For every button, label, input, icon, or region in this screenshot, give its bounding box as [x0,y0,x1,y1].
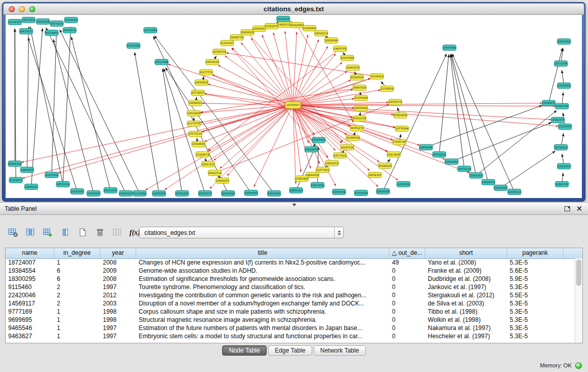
graph-node[interactable]: 19948255 [216,178,229,183]
graph-node[interactable]: 21277615 [316,167,329,172]
graph-node[interactable]: 20124563 [558,124,572,129]
graph-edge[interactable] [135,52,159,191]
graph-node[interactable]: 21603454 [557,163,571,169]
table-vertical-scrollbar[interactable] [575,258,582,343]
tab-network-table[interactable]: Network Table [314,345,366,356]
column-header-in-degree[interactable]: in_degree [54,248,100,258]
graph-node[interactable]: 19496250 [25,184,38,189]
close-window-button[interactable] [9,6,15,12]
scrollbar-thumb[interactable] [576,259,581,286]
column-header-short[interactable]: short [425,248,507,258]
edit-columns-button[interactable] [41,227,55,239]
graph-node[interactable]: 18852524 [206,59,219,65]
graph-edge[interactable] [28,38,77,190]
graph-node[interactable]: 18839057 [253,26,266,32]
graph-node[interactable]: 20603625 [268,190,281,196]
table-options-button[interactable] [6,227,20,239]
graph-node[interactable]: 18462375 [551,117,564,123]
select-rows-button[interactable] [58,227,72,239]
graph-node[interactable]: 21450946 [354,95,367,101]
column-header-pagerank[interactable]: pagerank [507,248,563,258]
graph-edge[interactable] [562,154,563,165]
window-titlebar[interactable]: citations_edges.txt [4,4,584,15]
graph-node[interactable]: 18754209 [432,151,446,157]
table-row[interactable]: 946554611997Estimation of the future num… [6,324,575,332]
graph-node[interactable]: 19636367 [368,172,381,178]
import-table-button[interactable] [111,227,124,239]
graph-edge[interactable] [208,106,291,151]
graph-node[interactable]: 20554362 [557,39,571,45]
graph-node[interactable]: 21590748 [393,139,406,145]
graph-node[interactable]: 20354704 [213,49,226,55]
graph-node[interactable]: 20418890 [291,23,304,28]
graph-node[interactable]: 20945462 [469,172,483,178]
column-header-name[interactable]: name [6,248,54,258]
graph-edge[interactable] [295,105,558,126]
graph-edge[interactable] [450,54,464,167]
graph-node[interactable]: 20732627 [191,90,205,96]
graph-edge[interactable] [60,30,139,192]
graph-node[interactable]: 20451259 [104,187,117,193]
graph-edge[interactable] [562,70,564,83]
graph-edge[interactable] [30,27,62,182]
graph-edge[interactable] [71,37,110,188]
graph-edge[interactable] [295,106,398,181]
table-row[interactable]: 977716911998Corpus callosum shape and si… [6,308,575,316]
graph-edge[interactable] [561,133,564,145]
graph-node[interactable]: 20218932 [45,30,58,36]
graph-node[interactable]: 18624532 [482,179,495,185]
graph-edge[interactable] [293,32,297,103]
close-panel-icon[interactable] [576,206,582,211]
graph-node[interactable]: 22420046 [222,190,235,196]
graph-node[interactable]: 20510398 [155,59,168,65]
graph-node[interactable]: 19732454 [554,144,568,150]
graph-node[interactable]: 19372954 [144,28,157,33]
graph-node[interactable]: 19379126 [458,166,471,171]
graph-node[interactable]: 18245072 [555,181,569,187]
graph-edge[interactable] [21,105,291,162]
column-header-year[interactable]: year [100,248,136,258]
graph-edge[interactable] [502,151,555,187]
graph-node[interactable]: 18724007 [286,102,301,108]
column-header-out-degree[interactable]: △ out_de... [389,248,425,258]
graph-edge[interactable] [562,92,563,104]
graph-node[interactable]: 18586837 [119,190,133,196]
graph-node[interactable]: 20656909 [394,113,407,118]
graph-edge[interactable] [208,84,291,104]
graph-node[interactable]: 21615254 [311,182,324,188]
graph-node[interactable]: 20356594 [354,190,367,195]
graph-node[interactable]: 18545372 [388,99,402,105]
graph-node[interactable]: 20577021 [333,152,346,158]
graph-node[interactable]: 20654094 [419,144,432,150]
graph-node[interactable]: 20132648 [36,19,50,25]
graph-node[interactable]: 21916285 [71,188,84,194]
graph-node[interactable]: 19145458 [312,137,325,143]
graph-node[interactable]: 18756296 [127,43,140,49]
graph-edge[interactable] [52,30,56,173]
graph-node[interactable]: 21359275 [9,177,23,183]
graph-node[interactable]: 19824529 [376,188,389,194]
graph-node[interactable]: 19595656 [153,190,166,196]
graph-edge[interactable] [295,105,555,106]
graph-edge[interactable] [155,35,273,191]
graph-node[interactable]: 21033819 [380,86,394,92]
graph-node[interactable]: 19605705 [333,46,346,52]
graph-node[interactable]: 19560674 [63,28,76,33]
graph-node[interactable]: 20505554 [45,172,58,178]
graph-edge[interactable] [46,28,125,192]
graph-edge[interactable] [58,106,291,173]
table-row[interactable]: 1830029562008Estimation of significance … [6,275,575,283]
graph-node[interactable]: 19014248 [187,111,201,116]
graph-node[interactable]: 21552976 [265,24,278,29]
graph-node[interactable]: 19456212 [508,189,521,194]
graph-edge[interactable] [293,35,308,103]
graph-node[interactable]: 21064562 [445,159,458,164]
table-row[interactable]: 2242004622012Investigating the contribut… [6,291,575,299]
graph-node[interactable]: 19088739 [230,35,244,40]
graph-node[interactable]: 18729375 [199,190,212,196]
graph-node[interactable]: 18954124 [290,187,303,193]
graph-node[interactable]: 18535352 [22,17,35,23]
tab-node-table[interactable]: Node Table [222,345,267,356]
graph-node[interactable]: 21034537 [8,19,21,25]
graph-edge[interactable] [208,50,338,150]
